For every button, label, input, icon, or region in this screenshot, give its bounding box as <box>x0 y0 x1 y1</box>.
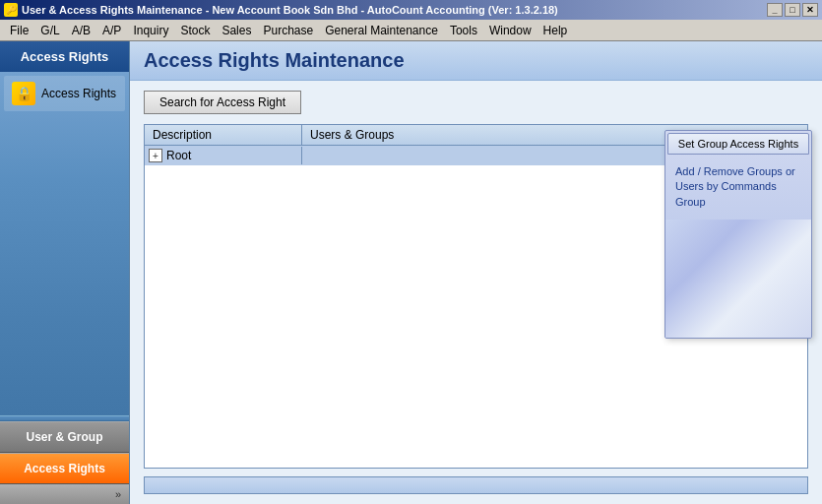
menu-window[interactable]: Window <box>483 22 537 39</box>
user-group-button[interactable]: User & Group <box>0 421 129 453</box>
page-title: Access Rights Maintenance <box>144 49 808 72</box>
close-btn[interactable]: ✕ <box>802 3 818 17</box>
sidebar-item-label: Access Rights <box>41 87 116 100</box>
app-icon: 🔑 <box>4 3 18 17</box>
set-group-access-rights-tab[interactable]: Set Group Access Rights <box>667 133 809 155</box>
status-bar <box>144 476 808 494</box>
sidebar-header: Access Rights <box>0 41 129 72</box>
menu-sales[interactable]: Sales <box>216 22 257 39</box>
title-bar: 🔑 User & Access Rights Maintenance - New… <box>0 0 822 20</box>
window-controls: _ □ ✕ <box>767 3 818 17</box>
right-panel-decoration <box>665 220 811 338</box>
sidebar: Access Rights 🔒 Access Rights User & Gro… <box>0 41 130 504</box>
title-bar-text: User & Access Rights Maintenance - New A… <box>22 4 558 16</box>
col-description: Description <box>145 125 302 145</box>
row-label: Root <box>166 149 191 162</box>
right-panel: Set Group Access Rights Add / Remove Gro… <box>664 130 812 339</box>
access-rights-icon: 🔒 <box>12 82 35 105</box>
menu-ap[interactable]: A/P <box>96 22 127 39</box>
menu-help[interactable]: Help <box>537 22 574 39</box>
sidebar-bottom-section: User & Group Access Rights » <box>0 421 129 504</box>
sidebar-item-access-rights[interactable]: 🔒 Access Rights <box>4 76 125 111</box>
menu-general-maintenance[interactable]: General Maintenance <box>319 22 444 39</box>
app-container: Access Rights 🔒 Access Rights User & Gro… <box>0 41 822 504</box>
maximize-btn[interactable]: □ <box>785 3 800 17</box>
sidebar-spacer <box>0 115 129 415</box>
menu-stock[interactable]: Stock <box>174 22 216 39</box>
search-access-right-button[interactable]: Search for Access Right <box>144 91 301 114</box>
more-arrows[interactable]: » <box>0 484 129 504</box>
minimize-btn[interactable]: _ <box>767 3 783 17</box>
menu-file[interactable]: File <box>4 22 34 39</box>
expand-icon[interactable]: + <box>149 149 162 162</box>
menu-tools[interactable]: Tools <box>444 22 483 39</box>
main-content: Access Rights Maintenance Search for Acc… <box>130 41 822 504</box>
row-description: + Root <box>145 147 302 164</box>
access-rights-button[interactable]: Access Rights <box>0 453 129 484</box>
menu-bar: File G/L A/B A/P Inquiry Stock Sales Pur… <box>0 20 822 41</box>
menu-gl[interactable]: G/L <box>34 22 65 39</box>
menu-purchase[interactable]: Purchase <box>257 22 319 39</box>
menu-ab[interactable]: A/B <box>66 22 96 39</box>
add-remove-groups-link[interactable]: Add / Remove Groups or Users by Commands… <box>665 155 811 220</box>
menu-inquiry[interactable]: Inquiry <box>127 22 174 39</box>
main-header: Access Rights Maintenance <box>130 41 822 81</box>
main-body: Search for Access Right Description User… <box>130 81 822 504</box>
